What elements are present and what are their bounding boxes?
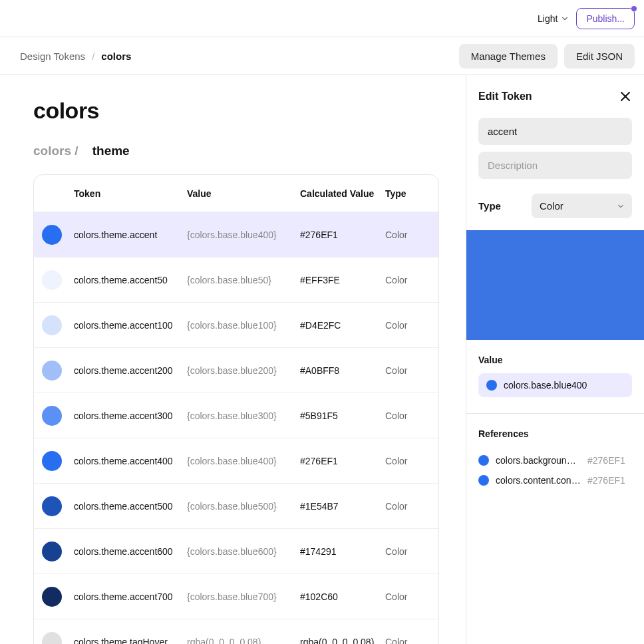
table-row[interactable]: colors.theme.accent{colors.base.blue400}… [34, 212, 438, 257]
token-value: {colors.base.blue200} [187, 365, 300, 376]
manage-themes-button[interactable]: Manage Themes [459, 44, 558, 69]
token-type: Color [385, 365, 438, 376]
token-type: Color [385, 456, 438, 466]
color-swatch [42, 406, 62, 426]
table-row[interactable]: colors.theme.accent700{colors.base.blue7… [34, 574, 438, 619]
color-swatch [42, 225, 62, 245]
type-select-value: Color [540, 200, 564, 212]
type-label: Type [478, 200, 532, 212]
table-row[interactable]: colors.theme.accent600{colors.base.blue6… [34, 529, 438, 574]
type-row: Type Color [478, 194, 632, 218]
divider [466, 413, 644, 414]
reference-swatch [478, 455, 489, 466]
token-name: colors.theme.accent400 [74, 456, 187, 466]
token-calculated: #276EF1 [300, 230, 385, 240]
breadcrumb-root[interactable]: Design Tokens [20, 51, 85, 62]
value-chip-swatch [486, 380, 497, 391]
topbar: Light Publish... [0, 0, 644, 37]
close-icon[interactable] [619, 90, 632, 103]
color-preview[interactable] [466, 230, 644, 340]
token-value: {colors.base.blue100} [187, 320, 300, 331]
token-type: Color [385, 230, 438, 240]
token-name: colors.theme.tagHover... [74, 637, 187, 644]
edit-token-panel: Edit Token Type Color Value colors.base.… [466, 75, 644, 644]
token-table: Token Value Calculated Value Type colors… [33, 174, 439, 644]
theme-mode-label: Light [538, 13, 558, 24]
references-list: colors.backgrounds....#276EF1colors.cont… [478, 455, 632, 486]
token-type: Color [385, 320, 438, 331]
col-token: Token [74, 188, 187, 199]
col-type: Type [385, 188, 438, 199]
breadcrumb-separator: / [92, 51, 94, 62]
table-row[interactable]: colors.theme.accent50{colors.base.blue50… [34, 257, 438, 303]
panel-title: Edit Token [478, 90, 532, 102]
token-value: {colors.base.blue300} [187, 410, 300, 421]
col-calc: Calculated Value [300, 188, 385, 199]
page-title: colors [33, 98, 466, 124]
token-path-muted: colors / [33, 144, 79, 158]
value-chip-text: colors.base.blue400 [504, 380, 587, 391]
breadcrumb: Design Tokens / colors [20, 51, 131, 62]
value-section-label: Value [478, 355, 632, 365]
token-calculated: #174291 [300, 546, 385, 557]
token-type: Color [385, 591, 438, 602]
chevron-down-icon [617, 203, 624, 210]
token-description-input[interactable] [478, 152, 632, 179]
type-select[interactable]: Color [532, 194, 632, 218]
token-calculated: #D4E2FC [300, 320, 385, 331]
token-value: {colors.base.blue700} [187, 591, 300, 602]
table-row[interactable]: colors.theme.accent500{colors.base.blue5… [34, 484, 438, 529]
value-chip[interactable]: colors.base.blue400 [478, 373, 632, 397]
token-value: rgba(0, 0, 0, 0.08) [187, 637, 300, 644]
reference-hex: #276EF1 [587, 475, 625, 486]
token-name: colors.theme.accent50 [74, 275, 187, 285]
reference-swatch [478, 475, 489, 486]
table-row[interactable]: colors.theme.tagHover...rgba(0, 0, 0, 0.… [34, 619, 438, 644]
chevron-down-icon [562, 15, 568, 22]
reference-hex: #276EF1 [587, 455, 625, 466]
publish-label: Publish... [586, 13, 625, 24]
token-calculated: #5B91F5 [300, 410, 385, 421]
color-swatch [42, 361, 62, 381]
table-row[interactable]: colors.theme.accent200{colors.base.blue2… [34, 348, 438, 393]
table-row[interactable]: colors.theme.accent400{colors.base.blue4… [34, 438, 438, 484]
main: colors colors / theme Token Value Calcul… [0, 75, 644, 644]
theme-mode-select[interactable]: Light [538, 13, 568, 24]
token-path-current: theme [92, 144, 130, 158]
token-name: colors.theme.accent200 [74, 365, 187, 376]
token-type: Color [385, 275, 438, 285]
token-calculated: rgba(0, 0, 0, 0.08) [300, 637, 385, 644]
token-calculated: #A0BFF8 [300, 365, 385, 376]
color-swatch [42, 451, 62, 471]
token-name: colors.theme.accent700 [74, 591, 187, 602]
col-value: Value [187, 188, 300, 199]
token-path: colors / theme [33, 144, 466, 158]
color-swatch [42, 587, 62, 607]
table-row[interactable]: colors.theme.accent300{colors.base.blue3… [34, 393, 438, 438]
token-name: colors.theme.accent [74, 230, 187, 240]
panel-header: Edit Token [478, 90, 632, 103]
token-calculated: #102C60 [300, 591, 385, 602]
token-name: colors.theme.accent600 [74, 546, 187, 557]
token-name-input[interactable] [478, 118, 632, 145]
token-calculated: #1E54B7 [300, 501, 385, 512]
table-row[interactable]: colors.theme.accent100{colors.base.blue1… [34, 303, 438, 348]
reference-name: colors.backgrounds.... [496, 455, 581, 466]
token-value: {colors.base.blue600} [187, 546, 300, 557]
unsaved-indicator-dot [631, 6, 637, 11]
token-calculated: #EFF3FE [300, 275, 385, 285]
publish-button[interactable]: Publish... [576, 8, 635, 29]
token-name: colors.theme.accent300 [74, 410, 187, 421]
token-type: Color [385, 501, 438, 512]
token-name: colors.theme.accent500 [74, 501, 187, 512]
reference-item[interactable]: colors.content.conte...#276EF1 [478, 475, 632, 486]
edit-json-button[interactable]: Edit JSON [564, 44, 635, 69]
color-swatch [42, 496, 62, 516]
token-name: colors.theme.accent100 [74, 320, 187, 331]
color-swatch [42, 315, 62, 335]
references-section-label: References [478, 428, 632, 439]
reference-item[interactable]: colors.backgrounds....#276EF1 [478, 455, 632, 466]
token-type: Color [385, 546, 438, 557]
color-swatch [42, 542, 62, 562]
token-type: Color [385, 637, 438, 644]
